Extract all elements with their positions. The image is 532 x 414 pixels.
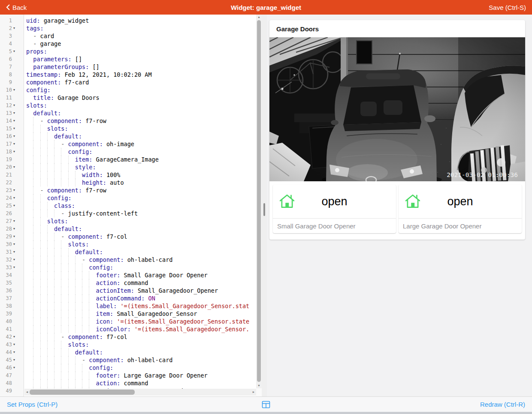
fold-arrow-icon[interactable]: ▾ [12,140,20,148]
fold-arrow-icon[interactable]: ▾ [12,333,20,341]
gutter-line: 8 [0,71,24,78]
code-line[interactable]: default: [24,225,256,233]
card-title: Garage Doors [269,20,525,37]
fold-arrow-icon[interactable]: ▾ [12,163,20,171]
code-line[interactable]: default: [24,132,256,140]
code-line[interactable]: - component: f7-row [24,186,256,194]
fold-arrow-icon[interactable]: ▾ [12,364,20,372]
code-line[interactable]: - component: oh-label-card [24,356,256,364]
fold-arrow-icon[interactable]: ▾ [12,48,20,55]
code-line[interactable]: default: [24,109,256,117]
split-view-icon[interactable] [262,401,270,408]
fold-arrow-icon[interactable]: ▾ [12,225,20,233]
scroll-down-arrow-icon[interactable]: ▼ [256,383,262,388]
code-line[interactable]: - card [24,32,256,40]
fold-arrow-icon[interactable]: ▾ [12,248,20,256]
fold-arrow-icon[interactable]: ▾ [12,125,20,132]
fold-arrow-icon[interactable]: ▾ [12,86,20,94]
code-line[interactable]: - component: f7-col [24,333,256,341]
fold-arrow-icon[interactable]: ▾ [12,132,20,140]
code-line[interactable]: default: [24,248,256,256]
code-line[interactable]: item: Small_Garagedoor_Sensor [24,310,256,318]
code-line[interactable]: tags: [24,24,256,32]
code-line[interactable]: config: [24,194,256,202]
code-line[interactable]: title: Garage Doors [24,94,256,102]
code-line[interactable]: default: [24,348,256,356]
scroll-up-arrow-icon[interactable]: ▲ [256,15,262,20]
divider-handle[interactable] [263,203,265,216]
small-garage-door-card[interactable]: open Small Garage Door Opener [273,185,396,233]
vertical-scrollbar[interactable]: ▲ ▼ [256,15,262,388]
line-number: 33 [0,264,12,271]
code-line[interactable]: slots: [24,125,256,132]
code-line[interactable]: parameters: [] [24,55,256,63]
fold-arrow-icon[interactable]: ▾ [12,148,20,156]
code-line[interactable]: config: [24,264,256,271]
fold-arrow-icon[interactable]: ▾ [12,217,20,225]
gutter-line: 42▾ [0,333,24,341]
code-line[interactable]: - garage [24,40,256,48]
code-line[interactable]: label: '=(items.Small_Garagedoor_Sensor.… [24,302,256,310]
code-line[interactable]: width: 100% [24,171,256,179]
fold-arrow-icon[interactable]: ▾ [12,194,20,202]
code-line[interactable]: style: [24,163,256,171]
large-garage-door-card[interactable]: open Large Garage Door Opener [399,185,522,233]
fold-arrow-icon[interactable]: ▾ [12,240,20,248]
fold-arrow-icon[interactable]: ▾ [12,24,20,32]
code-line[interactable]: height: auto [24,179,256,186]
code-line[interactable]: footer: Large Garage Door Opener [24,372,256,379]
code-line[interactable]: - component: oh-image [24,140,256,148]
code-line[interactable]: slots: [24,217,256,225]
fold-arrow-icon[interactable]: ▾ [12,233,20,240]
code-line[interactable]: slots: [24,102,256,109]
line-number: 16 [0,132,12,140]
pane-divider[interactable] [262,15,267,396]
code-line[interactable]: footer: Small Garage Door Opener [24,271,256,279]
horizontal-scrollbar-thumb[interactable] [30,390,135,395]
vertical-scrollbar-thumb[interactable] [257,20,261,382]
code-line[interactable]: props: [24,48,256,55]
set-props-button[interactable]: Set Props (Ctrl-P) [7,401,57,408]
code-line[interactable]: config: [24,364,256,372]
code-line[interactable]: - component: f7-col [24,233,256,240]
code-line[interactable]: config: [24,148,256,156]
fold-arrow-icon[interactable]: ▾ [12,356,20,364]
fold-arrow-icon[interactable]: ▾ [12,186,20,194]
scroll-right-arrow-icon[interactable]: ► [251,389,256,396]
code-line[interactable]: class: [24,202,256,210]
fold-arrow-icon[interactable]: ▾ [12,256,20,264]
code-line[interactable]: - justify-content-left [24,210,256,217]
code-line[interactable]: uid: garage_widget [24,17,256,24]
fold-arrow-icon[interactable]: ▾ [12,109,20,117]
code-line[interactable]: action: command [24,279,256,287]
line-number: 5 [0,48,12,55]
redraw-button[interactable]: Redraw (Ctrl-R) [480,401,525,408]
code-line[interactable]: actionItem: Small_Garagedoor_Opener [24,287,256,294]
code-line[interactable]: action: command [24,379,256,387]
code-line[interactable]: parameterGroups: [] [24,63,256,71]
code-line[interactable]: component: f7-card [24,78,256,86]
code-line[interactable]: config: [24,86,256,94]
code-line[interactable]: slots: [24,341,256,348]
gutter-line: 15▾ [0,125,24,132]
code-line[interactable]: icon: '=(items.Small_Garagedoor_Sensor.s… [24,318,256,325]
scroll-left-arrow-icon[interactable]: ◄ [24,389,30,396]
save-button[interactable]: Save (Ctrl-S) [489,4,526,11]
code-line[interactable]: slots: [24,240,256,248]
fold-arrow-icon[interactable]: ▾ [12,102,20,109]
back-button[interactable]: Back [6,4,27,11]
fold-arrow-icon[interactable]: ▾ [12,264,20,271]
fold-arrow-icon[interactable]: ▾ [12,202,20,210]
editor-gutter[interactable]: 12▾345▾678910▾1112▾13▾14▾15▾16▾17▾18▾192… [0,15,24,396]
code-line[interactable]: actionCommand: ON [24,294,256,302]
code-line[interactable]: timestamp: Feb 12, 2021, 10:02:20 AM [24,71,256,78]
editor-code[interactable]: uid: garage_widgettags: - card - garagep… [24,15,256,396]
horizontal-scrollbar[interactable]: ◄ ► [24,389,256,396]
fold-arrow-icon[interactable]: ▾ [12,341,20,348]
code-line[interactable]: - component: oh-label-card [24,256,256,264]
code-line[interactable]: - component: f7-row [24,117,256,125]
fold-arrow-icon[interactable]: ▾ [12,348,20,356]
code-line[interactable]: iconColor: '=(items.Small_Garagedoor_Sen… [24,325,256,333]
fold-arrow-icon[interactable]: ▾ [12,117,20,125]
code-line[interactable]: item: GarageCamera_Image [24,156,256,163]
